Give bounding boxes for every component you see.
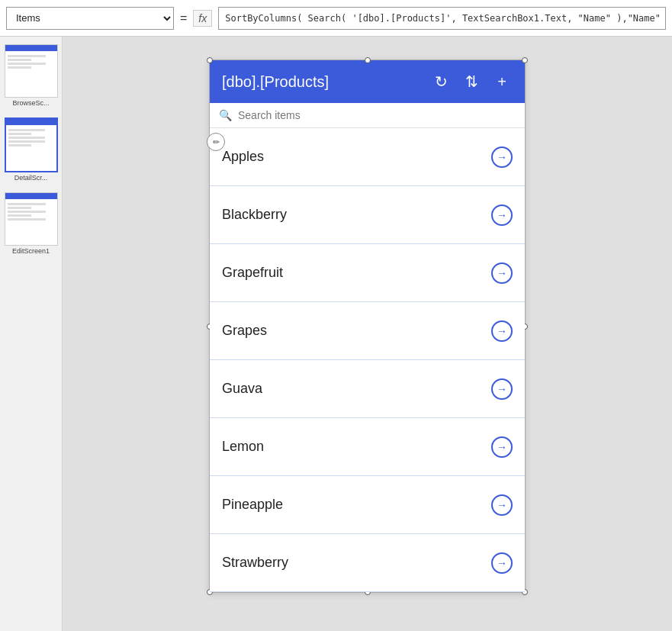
list-item[interactable]: Grapefruit → [210, 244, 525, 302]
edit-pencil-icon[interactable]: ✏ [207, 133, 225, 151]
app-title: [dbo].[Products] [222, 73, 421, 91]
item-name-strawberry: Strawberry [222, 555, 491, 571]
search-bar: 🔍 [210, 103, 525, 128]
item-name-lemon: Lemon [222, 439, 491, 455]
left-panel: BrowseSc... DetailScr... [0, 37, 63, 631]
list-item[interactable]: Guava → [210, 360, 525, 418]
fx-icon: fx [193, 10, 212, 27]
item-name-guava: Guava [222, 381, 491, 397]
screen-label-browse: BrowseSc... [5, 99, 57, 108]
item-name-grapes: Grapes [222, 323, 491, 339]
sort-icon[interactable]: ⇅ [461, 72, 482, 91]
arrow-icon-blackberry[interactable]: → [491, 204, 513, 226]
handle-top-center[interactable] [365, 57, 371, 63]
screen-thumb-edit[interactable]: EditScreen1 [5, 192, 57, 256]
item-name-apples: Apples [222, 149, 491, 165]
arrow-icon-strawberry[interactable]: → [491, 552, 513, 574]
handle-top-right[interactable] [522, 57, 528, 63]
screen-label-edit: EditScreen1 [5, 247, 57, 256]
arrow-icon-grapefruit[interactable]: → [491, 262, 513, 284]
item-name-grapefruit: Grapefruit [222, 265, 491, 281]
items-dropdown[interactable]: Items [6, 7, 174, 30]
screen-thumb-browse[interactable]: BrowseSc... [5, 44, 57, 108]
list-item[interactable]: Pineapple → [210, 476, 525, 534]
canvas-area: [dbo].[Products] ↻ ⇅ + 🔍 ✏ Apples → Blac… [63, 37, 672, 631]
list-item[interactable]: Apples → [210, 128, 525, 186]
list-item[interactable]: Lemon → [210, 418, 525, 476]
top-toolbar: Items = fx [0, 0, 672, 37]
app-frame: [dbo].[Products] ↻ ⇅ + 🔍 ✏ Apples → Blac… [209, 60, 526, 593]
list-item[interactable]: Blackberry → [210, 186, 525, 244]
arrow-icon-apples[interactable]: → [491, 146, 513, 168]
search-icon: 🔍 [219, 109, 232, 121]
arrow-icon-pineapple[interactable]: → [491, 494, 513, 516]
arrow-icon-grapes[interactable]: → [491, 320, 513, 342]
list-item[interactable]: Strawberry → [210, 534, 525, 592]
add-icon[interactable]: + [491, 73, 513, 91]
app-header: [dbo].[Products] ↻ ⇅ + [210, 60, 525, 103]
arrow-icon-guava[interactable]: → [491, 378, 513, 400]
formula-bar[interactable] [218, 7, 666, 30]
refresh-icon[interactable]: ↻ [430, 72, 452, 91]
screen-thumb-detail[interactable]: DetailScr... [5, 118, 57, 183]
list-item[interactable]: Grapes → [210, 302, 525, 360]
equals-sign: = [180, 11, 187, 25]
arrow-icon-lemon[interactable]: → [491, 436, 513, 458]
handle-top-left[interactable] [207, 57, 213, 63]
item-name-blackberry: Blackberry [222, 207, 491, 223]
search-input[interactable] [238, 109, 516, 121]
screen-label-detail: DetailScr... [5, 174, 57, 183]
list-container: ✏ Apples → Blackberry → Grapefruit → Gra… [210, 128, 525, 592]
item-name-pineapple: Pineapple [222, 497, 491, 513]
